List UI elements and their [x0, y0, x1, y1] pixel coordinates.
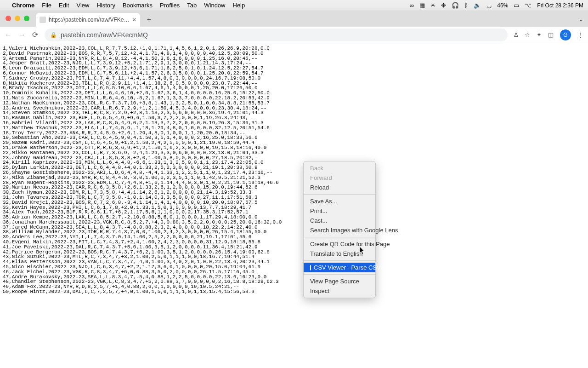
menubar-tab[interactable]: Tab: [187, 2, 197, 9]
bluetooth-icon[interactable]: ᛒ: [464, 2, 468, 9]
context-translate[interactable]: Translate to English: [304, 249, 375, 259]
page-content: 1,Valeri Nichushkin,2022-23,COL,L,R,7,7,…: [0, 43, 588, 368]
share-icon[interactable]: ᐃ: [514, 31, 518, 38]
browser-tab[interactable]: https://pastebin.com/raw/VFKe… ✕: [36, 13, 140, 27]
settings-gear-icon[interactable]: ✳: [430, 2, 435, 9]
context-cast[interactable]: Cast...: [304, 216, 375, 225]
context-qr-code[interactable]: Create QR Code for this Page: [304, 239, 375, 249]
menubar-view[interactable]: View: [76, 2, 89, 9]
context-forward[interactable]: Forward: [304, 173, 375, 183]
browser-tabstrip: https://pastebin.com/raw/VFKe… ✕ + ⌄: [0, 11, 588, 27]
sidepanel-icon[interactable]: ◫: [548, 31, 554, 38]
menubar-bookmarks[interactable]: Bookmarks: [123, 2, 153, 9]
context-separator: [304, 274, 375, 275]
tab-title: https://pastebin.com/raw/VFKe…: [49, 17, 129, 23]
window-close-button[interactable]: [6, 16, 11, 21]
volume-icon[interactable]: 🔈: [474, 2, 481, 9]
slack-icon[interactable]: ❉: [441, 2, 446, 9]
grid-icon[interactable]: ▦: [419, 2, 425, 9]
reload-button[interactable]: ⟳: [32, 30, 38, 39]
menubar-history[interactable]: History: [96, 2, 115, 9]
window-maximize-button[interactable]: [24, 16, 29, 21]
back-button[interactable]: ←: [5, 31, 12, 39]
wifi-icon[interactable]: ◡: [486, 2, 492, 9]
avatar-initial: G: [563, 32, 567, 38]
menubar-app-name[interactable]: Chrome: [12, 2, 34, 9]
forward-button[interactable]: →: [18, 31, 26, 39]
chrome-menu-icon[interactable]: ⋮: [577, 31, 583, 38]
menubar-profiles[interactable]: Profiles: [160, 2, 180, 9]
csv-text: 1,Valeri Nichushkin,2022-23,COL,L,R,7,7,…: [0, 43, 588, 297]
context-view-source[interactable]: View Page Source: [304, 276, 375, 286]
bookmark-star-icon[interactable]: ☆: [525, 31, 530, 38]
new-tab-button[interactable]: +: [143, 14, 155, 26]
tab-overflow-icon[interactable]: ⌄: [578, 16, 583, 23]
context-reload[interactable]: Reload: [304, 183, 375, 192]
context-separator: [304, 194, 375, 195]
battery-icon[interactable]: ▭: [514, 2, 519, 9]
context-print[interactable]: Print...: [304, 206, 375, 216]
window-controls: [6, 16, 29, 21]
context-search-images[interactable]: Search Images with Google Lens: [304, 225, 375, 235]
context-csv-viewer-label: CSV Viewer - Parse CSV: [314, 264, 381, 271]
context-separator: [304, 237, 375, 237]
window-minimize-button[interactable]: [15, 16, 20, 21]
address-url: pastebin.com/raw/VFKecmMQ: [61, 31, 148, 39]
extensions-icon[interactable]: ✦: [537, 31, 542, 38]
menubar-datetime[interactable]: Fri Oct 28 2:36 PM: [537, 2, 583, 9]
context-csv-viewer[interactable]: CSV Viewer - Parse CSV: [304, 263, 375, 272]
lock-icon: 🔒: [50, 32, 57, 38]
control-center-icon[interactable]: ⌥: [525, 2, 531, 9]
context-inspect[interactable]: Inspect: [304, 286, 375, 296]
address-bar[interactable]: 🔒 pastebin.com/raw/VFKecmMQ: [45, 29, 508, 41]
extension-icon: [310, 265, 311, 270]
menubar-file[interactable]: File: [42, 2, 51, 9]
menubar-help[interactable]: Help: [233, 2, 245, 9]
context-menu: Back Forward Reload Save As... Print... …: [303, 161, 376, 298]
profile-avatar[interactable]: G: [560, 29, 571, 40]
meta-icon[interactable]: ∞: [410, 2, 414, 9]
battery-percent[interactable]: 46%: [497, 2, 508, 9]
browser-toolbar: ← → ⟳ 🔒 pastebin.com/raw/VFKecmMQ ᐃ ☆ ✦ …: [0, 27, 588, 43]
macos-menubar: Chrome File Edit View History Bookmarks …: [0, 0, 588, 11]
context-save-as[interactable]: Save As...: [304, 196, 375, 206]
tab-close-icon[interactable]: ✕: [132, 17, 136, 23]
context-back[interactable]: Back: [304, 163, 375, 173]
headphones-icon[interactable]: 🎧: [452, 2, 459, 9]
menubar-window[interactable]: Window: [204, 2, 225, 9]
menubar-edit[interactable]: Edit: [59, 2, 69, 9]
tab-favicon: [40, 17, 46, 23]
context-separator: [304, 260, 375, 261]
